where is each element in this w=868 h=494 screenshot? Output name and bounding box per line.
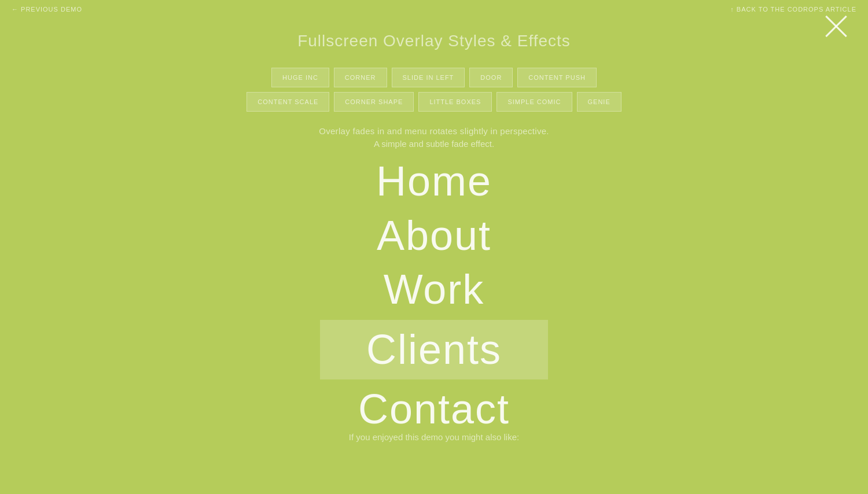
demo-btn-corner-shape[interactable]: CORNER SHAPE xyxy=(334,92,414,112)
overlay-description-line2: A simple and subtle fade effect. xyxy=(0,139,868,149)
nav-item-contact[interactable]: Contact xyxy=(358,382,510,437)
top-bar: ← PREVIOUS DEMO ↑ BACK TO THE CODROPS AR… xyxy=(0,0,868,19)
demo-btn-door[interactable]: DOOR xyxy=(469,68,513,87)
demo-btn-little-boxes[interactable]: LITTLE BOXES xyxy=(418,92,492,112)
demo-buttons-row1: HUGE INC CORNER SLIDE IN LEFT DOOR CONTE… xyxy=(0,68,868,87)
nav-item-about[interactable]: About xyxy=(377,209,491,263)
nav-item-clients[interactable]: Clients xyxy=(320,320,548,380)
demo-btn-slide-in-left[interactable]: SLIDE IN LEFT xyxy=(392,68,465,87)
nav-item-work[interactable]: Work xyxy=(384,263,485,317)
demo-btn-content-scale[interactable]: CONTENT SCALE xyxy=(247,92,329,112)
nav-item-home[interactable]: Home xyxy=(376,154,492,209)
demo-btn-genie[interactable]: GENIE xyxy=(577,92,621,112)
demo-btn-content-push[interactable]: CONTENT PUSH xyxy=(517,68,597,87)
nav-menu: Home About Work Clients Contact xyxy=(0,154,868,437)
prev-demo-link[interactable]: ← PREVIOUS DEMO xyxy=(12,6,82,13)
demo-buttons-row2: CONTENT SCALE CORNER SHAPE LITTLE BOXES … xyxy=(0,92,868,112)
back-to-article-link[interactable]: ↑ BACK TO THE CODROPS ARTICLE xyxy=(730,6,856,13)
demo-btn-huge-inc[interactable]: HUGE INC xyxy=(271,68,329,87)
footer-text: If you enjoyed this demo you might also … xyxy=(0,432,868,442)
demo-btn-simple-comic[interactable]: SIMPLE COMIC xyxy=(496,92,572,112)
page-title: Fullscreen Overlay Styles & Effects xyxy=(0,32,868,50)
demo-btn-corner[interactable]: CORNER xyxy=(334,68,387,87)
overlay-description-line1: Overlay fades in and menu rotates slight… xyxy=(0,126,868,136)
